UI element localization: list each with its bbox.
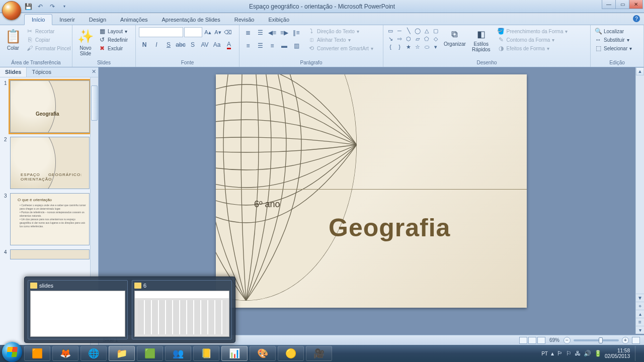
font-size-input[interactable] [184, 27, 202, 37]
taskbar-chrome[interactable]: 🟡 [278, 346, 304, 361]
font-family-input[interactable] [139, 27, 183, 37]
strike-button[interactable]: abc [175, 39, 186, 50]
taskbar-notes[interactable]: 📒 [193, 346, 219, 361]
lang-indicator[interactable]: PT [541, 351, 548, 356]
font-color-button[interactable]: A [223, 39, 234, 50]
inc-indent-button[interactable]: ≡▶ [279, 27, 290, 38]
shadow-button[interactable]: S [187, 39, 198, 50]
nav-down-icon[interactable]: ▾ [636, 326, 644, 334]
bullets-button[interactable]: ≣ [243, 27, 254, 38]
shape-fill-button[interactable]: 🪣Preenchimento da Forma ▾ [497, 27, 569, 35]
volume-icon[interactable]: 🔊 [584, 350, 591, 357]
slide-thumb-2[interactable]: ESPAÇO GEOGRÁFICO:ORIENTAÇÃO [10, 137, 90, 189]
battery-icon[interactable]: 🔋 [594, 350, 602, 357]
flag-icon[interactable]: 🏳 [557, 350, 563, 357]
shape-gallery[interactable]: ▭─╲◯△▢ ↘⇨⬡▱⬠◇ {}★☆⬭▾ [386, 27, 440, 50]
reset-button[interactable]: ↺Redefinir [98, 36, 129, 44]
shrink-font-button[interactable]: A▾ [213, 28, 222, 37]
zoom-out-button[interactable]: − [564, 337, 571, 344]
panel-tab-outline[interactable]: Tópicos [27, 67, 56, 77]
shape-effects-button[interactable]: ◑Efeitos de Forma ▾ [497, 44, 569, 52]
save-icon[interactable]: 💾 [24, 3, 32, 11]
format-painter-button[interactable]: 🖌Formatar Pincel [25, 44, 72, 52]
qat-customize-icon[interactable]: ▾ [60, 3, 68, 11]
paste-button[interactable]: 📋 Colar [3, 27, 23, 52]
taskbar-paint[interactable]: 🎨 [250, 346, 276, 361]
network-icon[interactable]: 🖧 [575, 350, 581, 357]
tab-animations[interactable]: Animações [113, 15, 154, 25]
italic-button[interactable]: I [151, 39, 162, 50]
nav-up-icon[interactable]: ▴ [636, 310, 644, 318]
taskbar-firefox[interactable]: 🦊 [52, 346, 78, 361]
help-icon[interactable]: ? [633, 15, 640, 22]
bold-button[interactable]: N [139, 39, 150, 50]
show-desktop-button[interactable] [635, 346, 640, 361]
tab-review[interactable]: Revisão [227, 15, 262, 25]
nav-menu-icon[interactable]: ≡ [636, 318, 644, 326]
align-right-button[interactable]: ≡ [267, 40, 278, 51]
taskbar-wmplayer[interactable]: 🟧 [24, 346, 50, 361]
preview-card-1[interactable]: slides [28, 280, 128, 339]
columns-button[interactable]: ▥ [291, 40, 302, 51]
prev-slide-icon[interactable]: ⋄ [636, 302, 644, 310]
dec-indent-button[interactable]: ◀≡ [267, 27, 278, 38]
clear-format-button[interactable]: ⌫ [223, 28, 232, 37]
new-slide-button[interactable]: ✨ Novo Slide [75, 27, 96, 57]
tab-home[interactable]: Início [24, 14, 52, 25]
char-spacing-button[interactable]: AV [199, 39, 210, 50]
close-button[interactable]: ✕ [629, 0, 643, 9]
tab-view[interactable]: Exibição [261, 15, 296, 25]
taskbar-ie[interactable]: 🌐 [80, 346, 107, 361]
fit-window-button[interactable] [632, 337, 640, 344]
align-center-button[interactable]: ☰ [255, 40, 266, 51]
scroll-down-icon[interactable]: ▼ [636, 294, 644, 302]
numbering-button[interactable]: ☰ [255, 27, 266, 38]
view-sorter-button[interactable] [528, 337, 536, 344]
view-slideshow-button[interactable] [537, 337, 545, 344]
taskbar-hao123[interactable]: 🟩 [137, 346, 163, 361]
tab-insert[interactable]: Inserir [52, 15, 82, 25]
align-left-button[interactable]: ≡ [243, 40, 254, 51]
clock[interactable]: 11:58 02/05/2013 [605, 348, 630, 359]
select-button[interactable]: ⬚Selecionar ▾ [594, 44, 633, 52]
taskbar-powerpoint[interactable]: 📊 [221, 346, 248, 361]
layout-button[interactable]: ▦Layout ▾ [98, 27, 129, 35]
office-button[interactable] [2, 1, 21, 20]
redo-icon[interactable]: ↷ [48, 3, 56, 11]
minimize-button[interactable]: — [602, 0, 616, 9]
tab-design[interactable]: Design [82, 15, 113, 25]
quick-styles-button[interactable]: ◧ Estilos Rápidos [470, 27, 493, 53]
arrange-button[interactable]: ⧉ Organizar [442, 27, 468, 48]
replace-button[interactable]: ↔Substituir ▾ [594, 36, 633, 44]
grow-font-button[interactable]: A▴ [203, 28, 212, 37]
taskbar-explorer[interactable]: 📁 [109, 346, 135, 361]
scroll-up-icon[interactable]: ▲ [636, 67, 644, 75]
line-spacing-button[interactable]: ‖≡ [291, 27, 302, 38]
canvas-scrollbar[interactable]: ▲ ▼ ⋄ ▴ ≡ ▾ [635, 67, 644, 334]
panel-close-icon[interactable]: ✕ [92, 68, 96, 75]
start-button[interactable] [2, 342, 22, 362]
preview-card-2[interactable]: 6 [132, 280, 232, 339]
slide-canvas[interactable]: 6º ano Geografia [216, 74, 527, 308]
panel-tab-slides[interactable]: Slides [0, 67, 27, 77]
slide-thumb-3[interactable]: O que é orientação • Conhecer o espaço o… [10, 193, 90, 245]
undo-icon[interactable]: ↶ [36, 3, 44, 11]
zoom-slider[interactable] [574, 339, 619, 341]
justify-button[interactable]: ▬ [279, 40, 290, 51]
view-normal-button[interactable] [519, 337, 527, 344]
align-text-button[interactable]: ⎅Alinhar Texto ▾ [307, 36, 374, 44]
zoom-in-button[interactable]: + [622, 337, 629, 344]
taskbar-recorder[interactable]: 🎥 [306, 346, 332, 361]
change-case-button[interactable]: Aa [211, 39, 222, 50]
slide-thumb-4[interactable] [10, 249, 90, 259]
text-direction-button[interactable]: ⤵Direção do Texto ▾ [307, 27, 374, 35]
maximize-button[interactable]: ▭ [615, 0, 629, 9]
slide-thumb-1[interactable]: Geografia [10, 80, 90, 133]
tray-chevron-icon[interactable]: ▴ [551, 350, 554, 357]
convert-smartart-button[interactable]: ⟲Converter em SmartArt ▾ [307, 44, 374, 52]
copy-button[interactable]: ⎘Copiar [25, 36, 72, 44]
find-button[interactable]: 🔍Localizar [594, 27, 633, 35]
delete-slide-button[interactable]: ✖Excluir [98, 44, 129, 52]
shape-outline-button[interactable]: ✎Contorno da Forma ▾ [497, 36, 569, 44]
action-center-icon[interactable]: ⚐ [566, 350, 572, 357]
